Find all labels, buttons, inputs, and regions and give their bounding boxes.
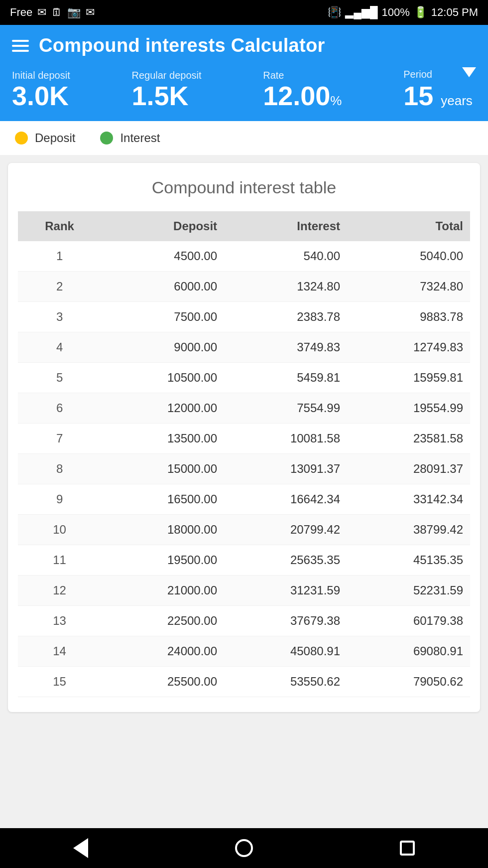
cell-rank: 4: [18, 332, 101, 363]
cell-interest: 37679.38: [224, 606, 347, 636]
regular-deposit-value[interactable]: 1.5K: [131, 82, 201, 109]
cell-total: 38799.42: [347, 515, 470, 545]
back-button[interactable]: [73, 838, 88, 858]
cell-deposit: 16500.00: [101, 484, 224, 515]
table-title: Compound interest table: [18, 178, 470, 197]
period-header: Period: [403, 67, 476, 82]
cell-total: 69080.91: [347, 636, 470, 667]
bottom-nav: [0, 828, 488, 868]
table-body: 1 4500.00 540.00 5040.00 2 6000.00 1324.…: [18, 241, 470, 697]
table-row: 15 25500.00 53550.62 79050.62: [18, 667, 470, 697]
cell-deposit: 6000.00: [101, 272, 224, 302]
hamburger-menu[interactable]: [12, 40, 29, 52]
cell-total: 23581.58: [347, 424, 470, 454]
compound-interest-table: Rank Deposit Interest Total 1 4500.00 54…: [18, 211, 470, 697]
stats-row: Initial deposit 3.0K Regular deposit 1.5…: [12, 67, 476, 109]
cell-total: 15959.81: [347, 363, 470, 393]
notification-icon-3: 📷: [67, 6, 81, 19]
app-bar-title-row: Compound interests Calculator: [12, 35, 476, 56]
cell-rank: 11: [18, 545, 101, 576]
status-bar: Free ✉ 🗓 📷 ✉ 📳 ▂▄▆█ 100% 🔋 12:05 PM: [0, 0, 488, 25]
cell-rank: 6: [18, 393, 101, 424]
chevron-down-icon[interactable]: [462, 67, 476, 77]
home-button[interactable]: [235, 839, 253, 857]
cell-interest: 1324.80: [224, 272, 347, 302]
vibrate-icon: 📳: [328, 6, 341, 19]
compound-interest-table-section: Compound interest table Rank Deposit Int…: [8, 163, 480, 712]
rate-value[interactable]: 12.00%: [263, 82, 342, 109]
table-row: 1 4500.00 540.00 5040.00: [18, 241, 470, 272]
cell-total: 12749.83: [347, 332, 470, 363]
regular-deposit-stat: Regular deposit 1.5K: [131, 70, 201, 109]
battery-icon: 🔋: [414, 6, 427, 19]
table-row: 4 9000.00 3749.83 12749.83: [18, 332, 470, 363]
cell-total: 7324.80: [347, 272, 470, 302]
cell-deposit: 7500.00: [101, 302, 224, 332]
table-row: 9 16500.00 16642.34 33142.34: [18, 484, 470, 515]
recents-button[interactable]: [400, 841, 415, 856]
deposit-legend: Deposit: [15, 131, 75, 145]
cell-rank: 9: [18, 484, 101, 515]
cell-interest: 7554.99: [224, 393, 347, 424]
col-interest: Interest: [224, 211, 347, 241]
col-total: Total: [347, 211, 470, 241]
table-row: 5 10500.00 5459.81 15959.81: [18, 363, 470, 393]
cell-interest: 31231.59: [224, 576, 347, 606]
cell-rank: 1: [18, 241, 101, 272]
cell-interest: 25635.35: [224, 545, 347, 576]
status-right: 📳 ▂▄▆█ 100% 🔋 12:05 PM: [328, 6, 478, 19]
col-deposit: Deposit: [101, 211, 224, 241]
interest-dot: [100, 132, 113, 145]
cell-deposit: 21000.00: [101, 576, 224, 606]
cell-interest: 16642.34: [224, 484, 347, 515]
rate-label: Rate: [263, 70, 342, 81]
col-rank: Rank: [18, 211, 101, 241]
table-row: 14 24000.00 45080.91 69080.91: [18, 636, 470, 667]
cell-deposit: 12000.00: [101, 393, 224, 424]
cell-deposit: 13500.00: [101, 424, 224, 454]
cell-total: 33142.34: [347, 484, 470, 515]
cell-interest: 20799.42: [224, 515, 347, 545]
initial-deposit-value[interactable]: 3.0K: [12, 82, 70, 109]
rate-unit: %: [330, 93, 342, 108]
cell-total: 52231.59: [347, 576, 470, 606]
table-row: 12 21000.00 31231.59 52231.59: [18, 576, 470, 606]
deposit-dot: [15, 132, 28, 145]
cell-interest: 13091.37: [224, 454, 347, 484]
cell-interest: 540.00: [224, 241, 347, 272]
cell-rank: 10: [18, 515, 101, 545]
cell-deposit: 10500.00: [101, 363, 224, 393]
cell-rank: 14: [18, 636, 101, 667]
table-row: 6 12000.00 7554.99 19554.99: [18, 393, 470, 424]
status-free-text: Free: [10, 6, 32, 19]
period-label: Period: [403, 69, 432, 80]
cell-interest: 45080.91: [224, 636, 347, 667]
cell-deposit: 9000.00: [101, 332, 224, 363]
table-row: 8 15000.00 13091.37 28091.37: [18, 454, 470, 484]
cell-rank: 15: [18, 667, 101, 697]
cell-rank: 13: [18, 606, 101, 636]
interest-legend: Interest: [100, 131, 160, 145]
table-row: 2 6000.00 1324.80 7324.80: [18, 272, 470, 302]
cell-deposit: 19500.00: [101, 545, 224, 576]
app-title: Compound interests Calculator: [39, 35, 325, 56]
cell-rank: 2: [18, 272, 101, 302]
cell-deposit: 18000.00: [101, 515, 224, 545]
rate-stat: Rate 12.00%: [263, 70, 342, 109]
period-value[interactable]: 15 years: [403, 82, 473, 109]
cell-rank: 8: [18, 454, 101, 484]
cell-rank: 12: [18, 576, 101, 606]
cell-deposit: 25500.00: [101, 667, 224, 697]
cell-total: 60179.38: [347, 606, 470, 636]
cell-total: 45135.35: [347, 545, 470, 576]
initial-deposit-stat: Initial deposit 3.0K: [12, 70, 70, 109]
notification-icon-1: ✉: [37, 6, 46, 19]
table-row: 7 13500.00 10081.58 23581.58: [18, 424, 470, 454]
legend-section: Deposit Interest: [0, 121, 488, 155]
table-row: 10 18000.00 20799.42 38799.42: [18, 515, 470, 545]
cell-deposit: 4500.00: [101, 241, 224, 272]
cell-interest: 3749.83: [224, 332, 347, 363]
cell-rank: 7: [18, 424, 101, 454]
table-row: 11 19500.00 25635.35 45135.35: [18, 545, 470, 576]
notification-icon-2: 🗓: [51, 6, 62, 19]
